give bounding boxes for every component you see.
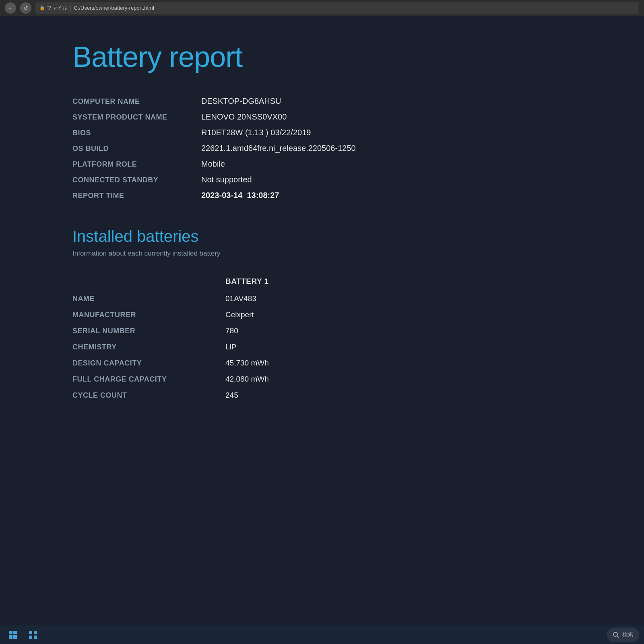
value-bios: R10ET28W (1.13 ) 03/22/2019: [201, 128, 311, 137]
label-platform-role: PLATFORM ROLE: [72, 160, 201, 169]
battery-label-serial-number: SERIAL NUMBER: [72, 327, 225, 335]
value-connected-standby: Not supported: [201, 175, 252, 184]
value-computer-name: DESKTOP-DG8AHSU: [201, 97, 281, 106]
info-row-system-product-name: SYSTEM PRODUCT NAME LENOVO 20NSS0VX00: [72, 109, 572, 125]
installed-batteries-title: Installed batteries: [72, 227, 572, 246]
battery-value-cycle-count: 245: [225, 391, 238, 400]
info-row-platform-role: PLATFORM ROLE Mobile: [72, 156, 572, 172]
battery-label-manufacturer: MANUFACTURER: [72, 311, 225, 319]
address-bar[interactable]: 🔒 ファイル | C:/Users/owner/battery-report.h…: [35, 2, 639, 14]
info-row-connected-standby: CONNECTED STANDBY Not supported: [72, 172, 572, 188]
battery-label-full-charge-capacity: FULL CHARGE CAPACITY: [72, 375, 225, 384]
installed-batteries-subtitle: Information about each currently install…: [72, 250, 572, 258]
refresh-button[interactable]: ↺: [20, 2, 31, 14]
info-row-report-time: REPORT TIME 2023-03-14 13:08:27: [72, 188, 572, 203]
taskbar: 検索: [0, 625, 644, 644]
start-button[interactable]: [5, 627, 21, 643]
search-icon: [613, 632, 619, 638]
search-label: 検索: [622, 631, 634, 638]
label-report-time: REPORT TIME: [72, 192, 201, 200]
separator: |: [70, 5, 71, 11]
taskbar-search-bar[interactable]: 検索: [607, 627, 639, 642]
info-row-os-build: OS BUILD 22621.1.amd64fre.ni_release.220…: [72, 140, 572, 156]
battery-label-chemistry: CHEMISTRY: [72, 343, 225, 351]
battery-value-manufacturer: Celxpert: [225, 310, 254, 319]
battery-row-design-capacity: DESIGN CAPACITY 45,730 mWh: [72, 355, 572, 371]
svg-rect-5: [34, 631, 37, 634]
value-platform-role: Mobile: [201, 159, 225, 169]
label-computer-name: COMPUTER NAME: [72, 97, 201, 106]
svg-rect-4: [29, 631, 32, 634]
battery-row-chemistry: CHEMISTRY LiP: [72, 339, 572, 355]
battery-row-serial-number: SERIAL NUMBER 780: [72, 323, 572, 339]
svg-rect-7: [34, 636, 37, 639]
battery-label-name: NAME: [72, 295, 225, 303]
page-title: Battery report: [72, 40, 572, 73]
svg-rect-6: [29, 636, 32, 639]
svg-rect-1: [13, 631, 17, 634]
value-report-time: 2023-03-14 13:08:27: [201, 191, 279, 200]
battery-table: BATTERY 1 NAME 01AV483 MANUFACTURER Celx…: [72, 274, 572, 403]
battery-row-cycle-count: CYCLE COUNT 245: [72, 387, 572, 403]
svg-point-8: [613, 632, 617, 636]
svg-rect-0: [9, 631, 12, 634]
battery-value-full-charge-capacity: 42,080 mWh: [225, 375, 269, 384]
battery-header-row: BATTERY 1: [72, 274, 572, 289]
value-os-build: 22621.1.amd64fre.ni_release.220506-1250: [201, 144, 356, 153]
battery-value-name: 01AV483: [225, 294, 256, 303]
battery-row-name: NAME 01AV483: [72, 291, 572, 307]
lock-icon: 🔒: [39, 5, 45, 10]
info-row-computer-name: COMPUTER NAME DESKTOP-DG8AHSU: [72, 93, 572, 109]
battery-label-design-capacity: DESIGN CAPACITY: [72, 359, 225, 367]
battery-col-header: BATTERY 1: [225, 277, 269, 286]
label-connected-standby: CONNECTED STANDBY: [72, 176, 201, 184]
value-system-product-name: LENOVO 20NSS0VX00: [201, 112, 287, 122]
label-system-product-name: SYSTEM PRODUCT NAME: [72, 113, 201, 122]
back-button[interactable]: ←: [5, 2, 16, 14]
file-label: ファイル: [47, 4, 68, 12]
label-os-build: OS BUILD: [72, 144, 201, 153]
main-content: Battery report COMPUTER NAME DESKTOP-DG8…: [0, 16, 644, 625]
svg-rect-2: [9, 635, 12, 639]
svg-rect-3: [13, 635, 17, 639]
battery-label-col-empty: [72, 277, 225, 286]
battery-value-chemistry: LiP: [225, 343, 236, 351]
browser-bar: ← ↺ 🔒 ファイル | C:/Users/owner/battery-repo…: [0, 0, 644, 16]
battery-value-design-capacity: 45,730 mWh: [225, 359, 269, 367]
battery-value-serial-number: 780: [225, 326, 238, 335]
label-bios: BIOS: [72, 129, 201, 137]
battery-row-full-charge-capacity: FULL CHARGE CAPACITY 42,080 mWh: [72, 371, 572, 387]
battery-label-cycle-count: CYCLE COUNT: [72, 391, 225, 400]
address-text: C:/Users/owner/battery-report.html: [74, 5, 154, 11]
windows-icon: [9, 631, 17, 639]
taskbar-grid-button[interactable]: [26, 627, 40, 642]
svg-line-9: [617, 636, 619, 638]
info-row-bios: BIOS R10ET28W (1.13 ) 03/22/2019: [72, 125, 572, 140]
grid-icon: [29, 631, 37, 639]
battery-row-manufacturer: MANUFACTURER Celxpert: [72, 307, 572, 323]
system-info-table: COMPUTER NAME DESKTOP-DG8AHSU SYSTEM PRO…: [72, 93, 572, 203]
